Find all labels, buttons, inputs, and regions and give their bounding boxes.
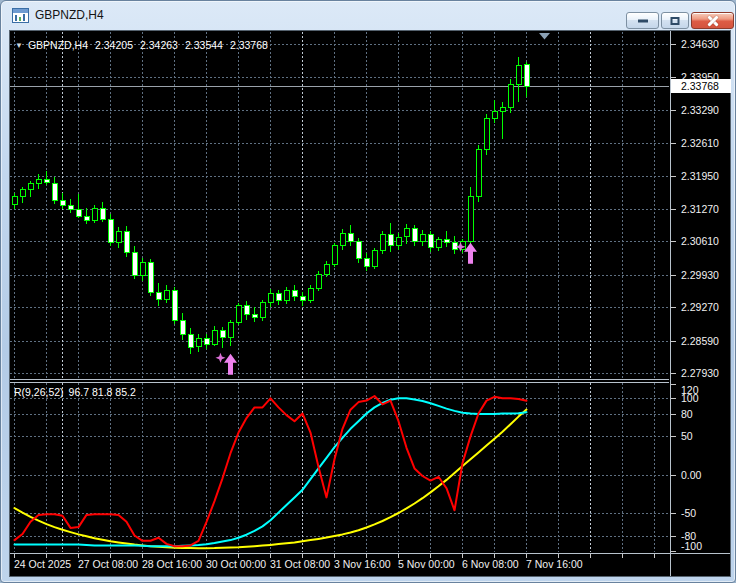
indicator-axis-label: 0.00 — [681, 469, 701, 481]
close-icon — [692, 13, 733, 28]
time-axis-label: 31 Oct 08:00 — [270, 558, 330, 570]
price-axis-label: 2.28590 — [681, 335, 719, 347]
chart-shift-marker-icon — [539, 33, 550, 40]
candle-body — [44, 179, 49, 183]
indicator-axis-label: 100 — [681, 392, 699, 404]
candle-body — [36, 179, 41, 184]
candle-body — [172, 290, 177, 320]
candle-body — [412, 228, 417, 242]
candle-body — [316, 274, 321, 288]
candle-body — [372, 251, 377, 267]
candle-body — [308, 288, 313, 301]
candle-body — [340, 233, 345, 246]
candle-body — [348, 233, 353, 242]
minimize-button[interactable] — [626, 12, 659, 29]
price-axis-label: 2.30610 — [681, 235, 719, 247]
header-high: 2.34263 — [140, 39, 178, 51]
candle-body — [436, 240, 441, 248]
candle-body — [212, 330, 217, 344]
time-axis-label: 27 Oct 08:00 — [78, 558, 138, 570]
candle-body — [84, 216, 89, 220]
candle-body — [428, 234, 433, 248]
header-low: 2.33544 — [185, 39, 223, 51]
candle-body — [244, 306, 249, 315]
candle-body — [148, 263, 153, 293]
indicator-axis-label: 50 — [681, 430, 693, 442]
candle-body — [236, 306, 241, 323]
candle-body — [92, 209, 97, 221]
candle-body — [508, 85, 513, 108]
candle-body — [220, 330, 225, 337]
chart-canvas[interactable] — [9, 30, 731, 577]
candle-body — [388, 234, 393, 246]
candle-body — [500, 107, 505, 111]
axis-ticks — [15, 45, 676, 559]
candle-body — [28, 184, 33, 190]
candle-body — [364, 259, 369, 267]
candle-body — [516, 65, 521, 85]
price-axis-label: 2.27930 — [681, 367, 719, 379]
candle-body — [132, 253, 137, 276]
header-open: 2.34205 — [95, 39, 133, 51]
buy-arrow-icon — [224, 354, 237, 375]
candle-body — [156, 292, 161, 300]
chart-header: ▼GBPNZD,H42.342052.342632.335442.33768 — [15, 39, 268, 51]
candle-body — [492, 111, 497, 118]
indicator-axis-label: 80 — [681, 408, 693, 420]
candle-body — [404, 228, 409, 237]
chevron-down-icon[interactable]: ▼ — [15, 41, 23, 50]
time-axis-label: 3 Nov 16:00 — [334, 558, 391, 570]
grid — [10, 32, 669, 552]
close-button[interactable] — [691, 12, 734, 29]
candle-body — [204, 338, 209, 344]
indicator-values: 96.7 81.8 85.2 — [69, 386, 136, 398]
candle-body — [12, 197, 17, 205]
titlebar[interactable]: GBPNZD,H4 — [1, 1, 735, 30]
candle-body — [268, 293, 273, 303]
candle-body — [60, 201, 65, 206]
chart-client: ▼GBPNZD,H42.342052.342632.335442.33768 R… — [9, 30, 731, 577]
candle-body — [396, 237, 401, 246]
time-axis-label: 6 Nov 08:00 — [462, 558, 519, 570]
price-axis-label: 2.29270 — [681, 301, 719, 313]
candle-body — [100, 209, 105, 220]
window-title: GBPNZD,H4 — [35, 8, 104, 22]
candle-body — [76, 210, 81, 217]
indicator-axis-label: -50 — [681, 507, 696, 519]
candle-body — [196, 338, 201, 347]
restore-button[interactable] — [661, 12, 689, 29]
price-axis-label: 2.29930 — [681, 269, 719, 281]
header-close: 2.33768 — [230, 39, 268, 51]
candle-body — [276, 293, 281, 301]
mt4-chart-window: GBPNZD,H4 ▼GBPNZD,H42.342052.342632.3354… — [0, 0, 736, 583]
indicator-name: R(9,26,52) — [14, 386, 64, 398]
candle-body — [452, 243, 457, 250]
candle-body — [124, 231, 129, 253]
candle-body — [356, 242, 361, 259]
candle-body — [260, 303, 265, 318]
candle-body — [332, 246, 337, 265]
candle-body — [180, 321, 185, 335]
candle-body — [444, 240, 449, 243]
candle-body — [292, 290, 297, 297]
candle-body — [116, 231, 121, 243]
time-axis-label: 24 Oct 2025 — [14, 558, 71, 570]
buy-arrow-icon — [464, 243, 477, 264]
candle-body — [476, 150, 481, 197]
indicator-axis-label: -100 — [681, 540, 702, 552]
time-axis-label: 7 Nov 16:00 — [526, 558, 583, 570]
candle-body — [108, 219, 113, 243]
time-axis-label: 30 Oct 00:00 — [206, 558, 266, 570]
price-axis-label: 2.31950 — [681, 170, 719, 182]
price-axis-label: 2.31270 — [681, 203, 719, 215]
time-axis-label: 5 Nov 00:00 — [398, 558, 455, 570]
candle-body — [52, 183, 57, 201]
header-symbol: GBPNZD,H4 — [28, 39, 88, 51]
price-axis-label: 2.34630 — [681, 38, 719, 50]
candle-body — [468, 197, 473, 242]
chart-window-icon — [12, 8, 29, 23]
candle-body — [188, 334, 193, 347]
candle-body — [524, 65, 529, 87]
candle-body — [284, 290, 289, 301]
candle-body — [300, 297, 305, 301]
